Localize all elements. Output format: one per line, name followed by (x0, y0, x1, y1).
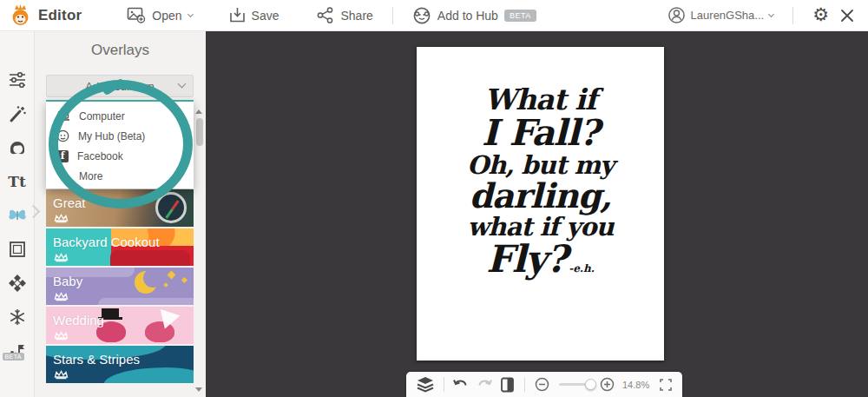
tile-label: Backyard Cookout (53, 235, 160, 249)
app-title: Editor (38, 7, 82, 24)
chevron-down-icon (178, 80, 187, 89)
poster-line: What if (417, 85, 664, 115)
add-to-hub-button[interactable]: Add to Hub BETA (412, 6, 536, 25)
add-your-own-label: Add your own (85, 80, 155, 93)
poster-line: Oh, but my (417, 152, 664, 178)
panel-title: Overlays (35, 31, 206, 59)
sliders-icon (8, 70, 27, 89)
tile-label: Stars & Stripes (53, 352, 140, 367)
add-to-hub-label: Add to Hub (437, 9, 498, 23)
zoom-out-icon (535, 377, 549, 392)
design-poster[interactable]: What if I Fall? Oh, but my darling, what… (417, 47, 664, 361)
toolbar-divider (792, 7, 793, 24)
zoom-slider-track[interactable] (559, 383, 590, 386)
menu-item-label: More (79, 170, 102, 182)
canvas-flip-icon (500, 377, 515, 393)
crown-icon (54, 370, 69, 380)
scrollbar-thumb[interactable] (196, 118, 203, 146)
compass-art (155, 192, 187, 223)
topbar: Editor Open Save Share (0, 0, 868, 31)
add-your-own-menu: Computer My Hub (Beta) f Facebook More (46, 100, 194, 189)
rail-item-basic-edits[interactable] (0, 69, 35, 90)
zoom-out-button[interactable] (535, 377, 549, 392)
poster-signature: -e.h. (569, 262, 595, 275)
category-tile-great-outdoors[interactable]: Great (46, 189, 194, 227)
open-label: Open (152, 9, 181, 23)
grill-art (110, 250, 190, 266)
poster-line: what if you (417, 214, 664, 240)
user-name: LaurenGSha... (691, 9, 765, 22)
star-art (181, 277, 187, 283)
scrollbar-down-arrow[interactable] (195, 387, 202, 392)
redo-button[interactable] (477, 378, 492, 391)
cloud-art (98, 298, 194, 305)
category-tile-baby[interactable]: Baby (46, 268, 194, 305)
hub-monkey-icon (56, 129, 69, 142)
share-label: Share (340, 9, 372, 23)
app-logo-group[interactable]: Editor (9, 3, 82, 27)
zoom-slider-knob[interactable] (585, 379, 596, 390)
rail-beta-badge: BETA (3, 353, 24, 361)
tile-label: Wedding (53, 313, 104, 328)
rail-item-effects[interactable] (0, 103, 35, 124)
toolbar-divider (392, 7, 393, 24)
wave-art (103, 367, 194, 383)
share-icon (317, 7, 334, 23)
rail-item-text[interactable]: Tt (0, 171, 35, 192)
category-tile-stars-stripes[interactable]: Stars & Stripes (46, 346, 194, 383)
open-image-icon (127, 7, 146, 23)
rail-item-frames[interactable] (0, 239, 35, 260)
menu-item-more[interactable]: More (46, 166, 194, 186)
chevron-down-icon (187, 10, 194, 17)
overlay-category-list: Great Backyard Cookout Baby (46, 189, 194, 385)
magic-wand-icon (8, 104, 27, 123)
laptop-icon (56, 110, 70, 122)
poster-line: I Fall? (417, 115, 664, 152)
undo-icon (453, 378, 469, 391)
add-your-own-button[interactable]: Add your own (46, 75, 194, 97)
butterfly-icon (7, 206, 28, 225)
chevron-down-icon (768, 10, 774, 17)
rail-item-touch-up[interactable] (0, 137, 35, 158)
share-button[interactable]: Share (317, 7, 372, 23)
fullscreen-button[interactable] (660, 379, 672, 391)
touch-up-face-icon (8, 138, 27, 157)
save-button[interactable]: Save (229, 7, 279, 23)
zoom-percent-value: 14.8% (622, 380, 652, 390)
menu-item-label: Facebook (77, 150, 123, 162)
hub-monkey-icon (412, 6, 431, 25)
menu-item-label: My Hub (Beta) (78, 130, 145, 142)
fullscreen-icon (660, 379, 672, 391)
picmonkey-logo-icon (9, 3, 32, 27)
star-art (163, 282, 168, 288)
scrollbar-up-arrow[interactable] (195, 109, 202, 114)
canvas-flip-button[interactable] (500, 377, 515, 393)
rail-item-seasonal[interactable] (0, 307, 35, 328)
poster-line: Fly?-e.h. (417, 240, 664, 279)
crown-icon (54, 253, 69, 262)
menu-item-computer[interactable]: Computer (46, 106, 194, 126)
crown-icon (54, 292, 69, 301)
open-button[interactable]: Open (127, 7, 192, 23)
tile-label: Great (53, 195, 86, 210)
menu-item-facebook[interactable]: f Facebook (46, 146, 194, 166)
facebook-icon: f (56, 150, 69, 162)
rail-item-beta-tool[interactable]: BETA (0, 341, 35, 361)
crown-icon (54, 214, 69, 223)
layers-button[interactable] (417, 376, 434, 393)
category-tile-backyard-cookout[interactable]: Backyard Cookout (46, 228, 194, 266)
zoom-in-button[interactable] (600, 377, 615, 392)
poster-line-text: Fly? (486, 237, 567, 281)
rail-item-textures[interactable] (0, 273, 35, 294)
texture-diamonds-icon (8, 274, 27, 293)
user-account-menu[interactable]: LaurenGSha... (667, 6, 774, 24)
settings-gear-icon[interactable]: ⚙ (812, 6, 829, 24)
beta-badge: BETA (504, 10, 536, 22)
close-icon[interactable] (840, 9, 854, 23)
undo-button[interactable] (453, 378, 469, 391)
top-hat-art (102, 308, 119, 318)
bottom-toolbar: 14.8% (406, 372, 682, 397)
category-tile-wedding[interactable]: Wedding (46, 307, 194, 344)
menu-item-my-hub[interactable]: My Hub (Beta) (46, 126, 194, 146)
canvas-workspace: What if I Fall? Oh, but my darling, what… (206, 31, 868, 397)
